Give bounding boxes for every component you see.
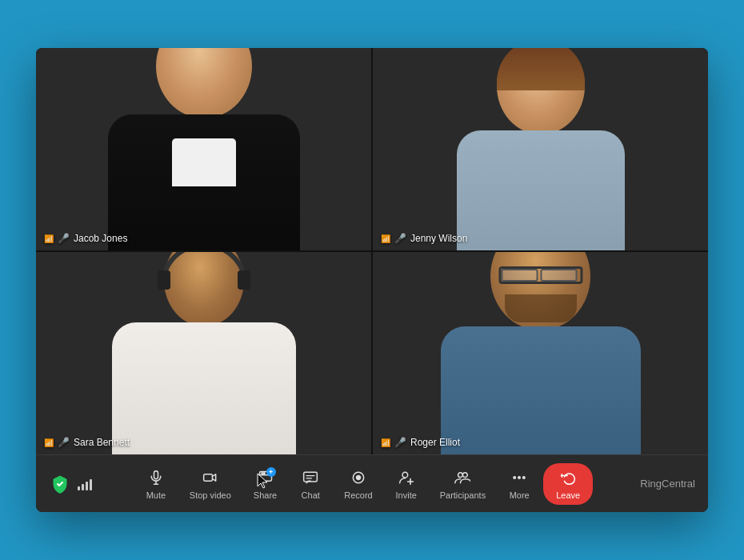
mic-icon-sara: 🎤	[58, 437, 70, 448]
svg-rect-0	[154, 470, 158, 478]
avatar-overlay-jacob	[36, 48, 371, 250]
app-window: 📶 🎤 Jacob Jones 📶 🎤 Jenny Wilson	[36, 48, 708, 512]
participants-svg	[454, 470, 470, 486]
avatar-figure-jenny	[457, 48, 625, 250]
video-icon	[202, 468, 218, 487]
leave-label: Leave	[556, 490, 580, 500]
stop-video-label: Stop video	[190, 490, 231, 500]
svg-point-16	[458, 472, 463, 477]
record-icon	[350, 468, 366, 487]
signal-icon-jacob: 📶	[44, 234, 54, 243]
invite-button[interactable]: Invite	[386, 463, 427, 505]
more-icon	[511, 468, 527, 487]
leave-icon	[560, 468, 576, 487]
participant-name-jacob: Jacob Jones	[74, 233, 127, 244]
svg-point-19	[518, 476, 521, 478]
avatar-beard-roger	[505, 294, 577, 322]
participants-button[interactable]: Participants	[430, 463, 495, 505]
video-cell-jenny-wilson: 📶 🎤 Jenny Wilson	[373, 48, 708, 250]
svg-point-12	[356, 475, 360, 479]
toolbar-center: Mute Stop video	[113, 463, 615, 505]
chat-svg	[302, 470, 318, 486]
video-svg	[202, 470, 218, 486]
avatar-headset-left-sara	[158, 270, 170, 290]
signal-icon-roger: 📶	[381, 438, 390, 447]
share-button[interactable]: + Share	[244, 463, 286, 505]
participant-name-sara: Sara Bennett	[74, 437, 130, 448]
invite-label: Invite	[396, 490, 417, 500]
avatar-overlay-sara	[36, 252, 371, 454]
toolbar-left	[49, 473, 113, 495]
video-cell-roger-elliot: 📶 🎤 Roger Elliot	[373, 252, 708, 454]
brand-name: RingCentral	[640, 478, 695, 490]
record-svg	[350, 470, 366, 486]
avatar-hair-jenny	[497, 48, 585, 90]
svg-rect-8	[304, 472, 318, 482]
more-button[interactable]: More	[498, 463, 540, 505]
avatar-overlay-roger	[373, 252, 708, 454]
mic-svg	[148, 470, 164, 486]
shield-icon	[49, 473, 71, 495]
toolbar: Mute Stop video	[36, 454, 708, 512]
chat-button[interactable]: Chat	[290, 463, 331, 505]
shield-svg	[50, 474, 70, 494]
avatar-glasses-roger	[498, 266, 582, 284]
mute-button[interactable]: Mute	[135, 463, 177, 505]
mic-icon-jenny: 🎤	[394, 233, 406, 244]
svg-point-17	[463, 472, 468, 477]
mic-icon	[148, 468, 164, 487]
participant-label-jenny: 📶 🎤 Jenny Wilson	[381, 233, 467, 244]
participant-name-roger: Roger Elliot	[410, 437, 460, 448]
record-label: Record	[344, 490, 372, 500]
signal-bar-2	[82, 484, 84, 490]
chat-label: Chat	[302, 490, 320, 500]
mic-icon-roger: 🎤	[394, 437, 406, 448]
more-svg	[511, 470, 527, 486]
mic-icon-jacob: 🎤	[58, 233, 70, 244]
svg-point-18	[514, 476, 516, 478]
leave-button[interactable]: Leave	[543, 463, 593, 505]
invite-svg	[398, 470, 414, 486]
signal-bar-3	[86, 482, 88, 490]
signal-bars	[78, 478, 92, 490]
stop-video-button[interactable]: Stop video	[180, 463, 241, 505]
participant-label-jacob: 📶 🎤 Jacob Jones	[44, 233, 127, 244]
participant-name-jenny: Jenny Wilson	[410, 233, 467, 244]
mute-label: Mute	[146, 490, 166, 500]
svg-point-6	[262, 472, 263, 474]
svg-point-7	[263, 472, 265, 474]
more-label: More	[510, 490, 530, 500]
participant-label-roger: 📶 🎤 Roger Elliot	[381, 437, 460, 448]
participants-label: Participants	[440, 490, 486, 500]
avatar-body-jenny	[457, 130, 625, 250]
chat-icon	[302, 468, 318, 487]
signal-bar-1	[78, 486, 80, 490]
signal-icon-jenny: 📶	[381, 234, 390, 243]
avatar-headset-arc-sara	[160, 252, 248, 286]
share-icon-container: +	[258, 470, 274, 486]
avatar-body-sara	[112, 322, 296, 454]
svg-rect-3	[204, 474, 213, 480]
toolbar-right: RingCentral	[615, 478, 695, 490]
record-button[interactable]: Record	[334, 463, 382, 505]
avatar-figure-roger	[441, 252, 641, 454]
share-icon: +	[258, 468, 274, 487]
participant-label-sara: 📶 🎤 Sara Bennett	[44, 437, 130, 448]
video-cell-jacob-jones: 📶 🎤 Jacob Jones	[36, 48, 371, 250]
avatar-overlay-jenny	[373, 48, 708, 250]
avatar-shirt-jacob	[172, 138, 236, 186]
share-badge: +	[266, 467, 276, 477]
invite-icon	[398, 468, 414, 487]
svg-point-20	[523, 476, 526, 478]
avatar-head-jacob	[156, 48, 252, 118]
svg-point-13	[402, 472, 408, 478]
signal-bar-4	[90, 479, 92, 490]
share-label: Share	[254, 490, 277, 500]
avatar-figure-sara	[112, 252, 296, 454]
video-cell-sara-bennett: 📶 🎤 Sara Bennett	[36, 252, 371, 454]
avatar-headset-right-sara	[238, 270, 250, 290]
avatar-body-roger	[441, 326, 641, 454]
video-grid: 📶 🎤 Jacob Jones 📶 🎤 Jenny Wilson	[36, 48, 708, 454]
participants-icon	[454, 468, 470, 487]
leave-svg	[560, 470, 576, 486]
